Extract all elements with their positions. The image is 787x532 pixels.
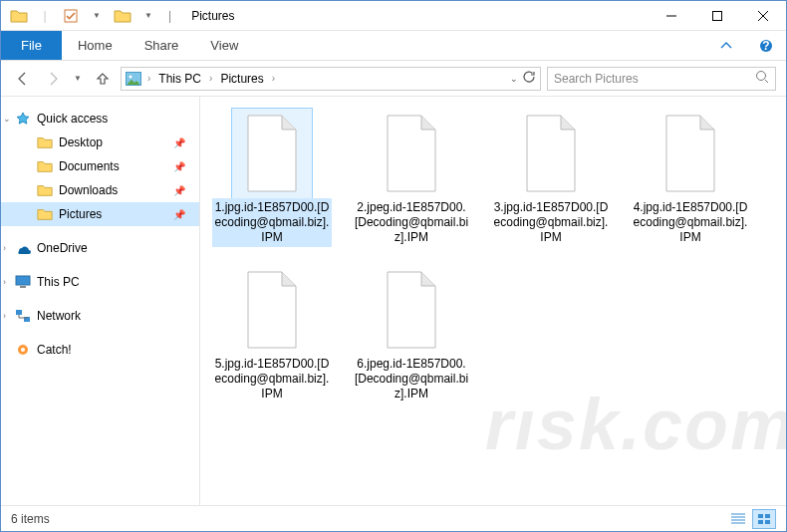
maximize-button[interactable] xyxy=(694,1,740,31)
tab-home[interactable]: Home xyxy=(62,31,129,60)
explorer-window: | ▼ ▼ | Pictures File Home xyxy=(0,0,787,532)
file-item[interactable]: 2.jpeg.id-1E857D00.[Decoding@qbmail.biz]… xyxy=(352,109,471,247)
downloads-icon xyxy=(37,182,53,198)
address-right: ⌄ xyxy=(510,70,536,87)
item-count: 6 items xyxy=(11,512,50,526)
file-icon xyxy=(372,265,451,355)
expander-icon[interactable]: › xyxy=(3,277,6,287)
svg-rect-16 xyxy=(765,520,770,524)
pictures-folder-icon xyxy=(37,206,53,222)
file-name: 1.jpg.id-1E857D00.[Decoding@qbmail.biz].… xyxy=(212,198,332,247)
details-view-button[interactable] xyxy=(726,509,750,529)
titlebar: | ▼ ▼ | Pictures xyxy=(1,1,786,31)
file-icon xyxy=(232,109,312,198)
sidebar-catch[interactable]: Catch! xyxy=(1,338,199,362)
address-dropdown-icon[interactable]: ⌄ xyxy=(510,74,518,84)
file-item[interactable]: 5.jpg.id-1E857D00.[Decoding@qbmail.biz].… xyxy=(212,265,332,403)
qat-dropdown-icon[interactable]: ▼ xyxy=(87,6,107,26)
pin-icon: 📌 xyxy=(173,209,185,220)
thispc-label: This PC xyxy=(37,275,80,289)
catch-label: Catch! xyxy=(37,343,72,357)
help-icon[interactable]: ? xyxy=(746,31,786,60)
watermark: rısk.com xyxy=(485,384,786,465)
recent-dropdown-icon[interactable]: ▼ xyxy=(71,67,85,91)
file-item[interactable]: 4.jpg.id-1E857D00.[Decoding@qbmail.biz].… xyxy=(631,109,750,247)
close-button[interactable] xyxy=(740,1,786,31)
expander-icon[interactable]: › xyxy=(3,243,6,253)
forward-button[interactable] xyxy=(41,67,65,91)
up-button[interactable] xyxy=(91,67,115,91)
sidebar-item-documents[interactable]: Documents 📌 xyxy=(1,154,199,178)
properties-icon[interactable] xyxy=(61,6,81,26)
sidebar-item-pictures[interactable]: Pictures 📌 xyxy=(1,202,199,226)
svg-rect-9 xyxy=(16,310,22,315)
new-folder-icon[interactable] xyxy=(113,6,132,26)
breadcrumb-pictures[interactable]: Pictures xyxy=(218,72,265,86)
svg-point-6 xyxy=(757,72,766,81)
ribbon-expand-icon[interactable] xyxy=(706,31,746,60)
chevron-right-icon[interactable]: › xyxy=(270,73,277,84)
status-bar: 6 items xyxy=(1,505,786,531)
search-input[interactable]: Search Pictures xyxy=(547,67,776,91)
file-icon xyxy=(651,109,730,198)
file-list[interactable]: 1.jpg.id-1E857D00.[Decoding@qbmail.biz].… xyxy=(200,97,786,505)
network-label: Network xyxy=(37,309,81,323)
file-icon xyxy=(232,265,312,355)
onedrive-label: OneDrive xyxy=(37,241,88,255)
sidebar-network[interactable]: › Network xyxy=(1,304,199,328)
breadcrumb-thispc[interactable]: This PC xyxy=(156,72,203,86)
back-button[interactable] xyxy=(11,67,35,91)
expander-icon[interactable]: › xyxy=(3,311,6,321)
search-placeholder: Search Pictures xyxy=(554,72,639,86)
sidebar-item-desktop[interactable]: Desktop 📌 xyxy=(1,131,199,154)
title-separator: | xyxy=(168,9,171,23)
quick-access-toolbar: | ▼ ▼ | Pictures xyxy=(1,6,234,26)
file-name: 2.jpeg.id-1E857D00.[Decoding@qbmail.biz]… xyxy=(352,198,471,247)
pictures-icon xyxy=(126,71,141,87)
svg-rect-8 xyxy=(20,286,26,288)
ribbon-spacer xyxy=(254,31,706,60)
qat-dropdown2-icon[interactable]: ▼ xyxy=(138,6,158,26)
sidebar-quick-access[interactable]: ⌄ Quick access xyxy=(1,107,199,131)
tab-share[interactable]: Share xyxy=(129,31,195,60)
file-item[interactable]: 3.jpg.id-1E857D00.[Decoding@qbmail.biz].… xyxy=(491,109,611,247)
svg-rect-13 xyxy=(758,514,763,518)
svg-point-12 xyxy=(21,348,25,352)
file-icon xyxy=(511,109,591,198)
documents-icon xyxy=(37,158,53,174)
minimize-button[interactable] xyxy=(649,1,694,31)
sidebar-item-label: Desktop xyxy=(59,135,103,149)
address-bar[interactable]: › This PC › Pictures › ⌄ xyxy=(121,67,541,91)
catch-icon xyxy=(15,342,31,358)
chevron-right-icon[interactable]: › xyxy=(145,73,152,84)
ribbon: File Home Share View ? xyxy=(1,31,786,61)
sidebar-thispc[interactable]: › This PC xyxy=(1,270,199,294)
sidebar-item-label: Pictures xyxy=(59,207,102,221)
file-item[interactable]: 6.jpeg.id-1E857D00.[Decoding@qbmail.biz]… xyxy=(352,265,471,403)
file-item[interactable]: 1.jpg.id-1E857D00.[Decoding@qbmail.biz].… xyxy=(212,109,332,247)
sidebar-item-downloads[interactable]: Downloads 📌 xyxy=(1,178,199,202)
icons-view-button[interactable] xyxy=(752,509,776,529)
sidebar-onedrive[interactable]: › OneDrive xyxy=(1,236,199,260)
file-icon xyxy=(372,109,451,198)
sidebar-item-label: Documents xyxy=(59,159,120,173)
chevron-right-icon[interactable]: › xyxy=(207,73,214,84)
search-icon[interactable] xyxy=(755,70,769,87)
navigation-pane[interactable]: ⌄ Quick access Desktop 📌 Documents 📌 Dow… xyxy=(1,97,200,505)
svg-rect-7 xyxy=(16,276,30,285)
window-title: Pictures xyxy=(191,9,234,23)
desktop-icon xyxy=(37,134,53,150)
refresh-icon[interactable] xyxy=(522,70,536,87)
navigation-bar: ▼ › This PC › Pictures › ⌄ Search Pictur… xyxy=(1,61,786,97)
svg-rect-1 xyxy=(713,11,722,20)
file-tab[interactable]: File xyxy=(1,31,62,60)
computer-icon xyxy=(15,274,31,290)
onedrive-icon xyxy=(15,240,31,256)
tab-view[interactable]: View xyxy=(194,31,254,60)
file-name: 4.jpg.id-1E857D00.[Decoding@qbmail.biz].… xyxy=(631,198,750,247)
svg-point-5 xyxy=(130,75,132,78)
quick-access-label: Quick access xyxy=(37,112,108,126)
qat-separator: | xyxy=(35,6,55,26)
file-name: 5.jpg.id-1E857D00.[Decoding@qbmail.biz].… xyxy=(212,355,332,403)
expander-icon[interactable]: ⌄ xyxy=(3,114,11,124)
